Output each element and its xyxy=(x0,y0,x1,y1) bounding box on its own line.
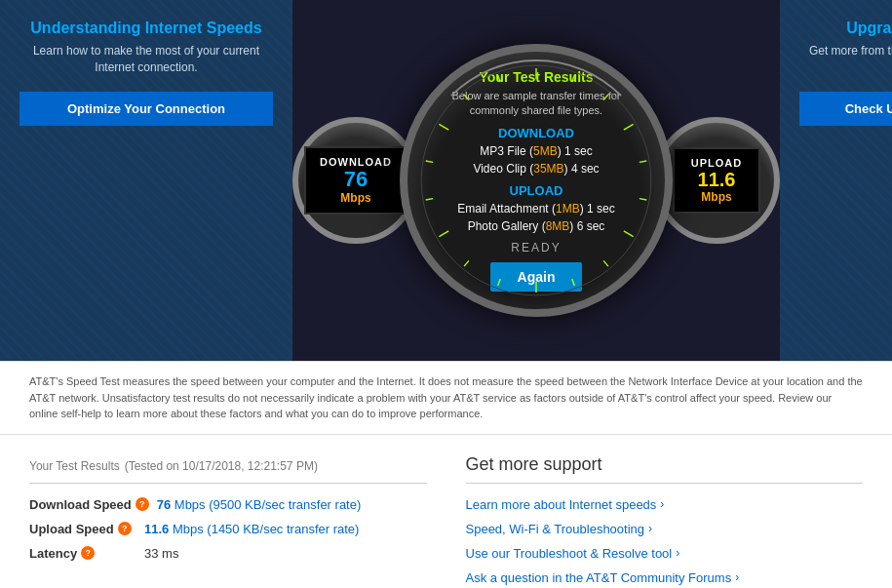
svg-line-4 xyxy=(624,124,634,130)
support-title: Get more support xyxy=(466,454,864,484)
download-help-icon[interactable]: ? xyxy=(136,497,149,511)
upload-speed-label: Upload Speed ? xyxy=(29,522,136,536)
svg-line-18 xyxy=(498,75,501,82)
support-link-1[interactable]: Learn more about Internet speeds › xyxy=(466,497,864,512)
chevron-icon-2: › xyxy=(648,522,652,535)
support-link-2[interactable]: Speed, Wi-Fi & Troubleshooting › xyxy=(466,522,864,536)
upload-gauge-label: UPLOAD xyxy=(688,157,745,169)
svg-line-15 xyxy=(426,161,433,162)
latency-value: 33 ms xyxy=(144,546,178,561)
svg-line-11 xyxy=(498,279,501,286)
left-panel-title: Understanding Internet Speeds xyxy=(30,20,261,37)
gauge-section: DOWNLOAD 76 Mbps xyxy=(292,0,780,361)
upgrade-panel: Upgrade your service Get more from the I… xyxy=(780,0,892,361)
info-section: AT&T's Speed Test measures the speed bet… xyxy=(0,361,892,435)
upgrade-panel-title: Upgrade your service xyxy=(846,20,892,37)
svg-line-17 xyxy=(464,95,469,100)
svg-line-9 xyxy=(572,279,575,286)
support-link-4[interactable]: Ask a question in the AT&T Community For… xyxy=(466,570,864,585)
left-panel-description: Learn how to make the most of your curre… xyxy=(19,43,273,76)
big-gauge: Your Test Results Below are sample trans… xyxy=(400,44,673,317)
gauge-wrapper: DOWNLOAD 76 Mbps xyxy=(292,44,780,317)
check-upgrade-button[interactable]: Check Upgrade Availability xyxy=(799,92,892,126)
download-gauge-inner: DOWNLOAD 76 Mbps xyxy=(304,146,407,215)
support-link-3[interactable]: Use our Troubleshoot & Resolve tool › xyxy=(466,546,864,561)
latency-label: Latency ? xyxy=(29,546,136,561)
upload-gauge-value: 11.6 xyxy=(688,169,745,190)
optimize-connection-button[interactable]: Optimize Your Connection xyxy=(19,92,273,126)
svg-line-12 xyxy=(464,260,469,266)
results-title: Your Test Results (Tested on 10/17/2018,… xyxy=(29,454,427,484)
svg-line-13 xyxy=(439,231,448,237)
info-text: AT&T's Speed Test measures the speed bet… xyxy=(29,373,863,422)
chevron-icon-4: › xyxy=(735,570,739,584)
results-section: Your Test Results (Tested on 10/17/2018,… xyxy=(0,435,892,589)
svg-line-5 xyxy=(640,161,646,162)
upload-gauge-unit: Mbps xyxy=(688,190,745,204)
svg-point-0 xyxy=(421,65,651,295)
chevron-icon-3: › xyxy=(676,546,679,560)
download-speed-label: Download Speed ? xyxy=(29,497,149,512)
svg-line-3 xyxy=(603,95,608,100)
upload-speed-value: 11.6 Mbps (1450 KB/sec transfer rate) xyxy=(144,522,359,536)
chevron-icon-1: › xyxy=(660,497,664,511)
result-row-latency: Latency ? 33 ms xyxy=(29,546,427,561)
download-speed-value: 76 Mbps (9500 KB/sec transfer rate) xyxy=(157,497,362,512)
svg-line-2 xyxy=(572,75,575,82)
results-right: Get more support Learn more about Intern… xyxy=(466,454,864,589)
latency-help-icon[interactable]: ? xyxy=(81,546,95,560)
result-row-download: Download Speed ? 76 Mbps (9500 KB/sec tr… xyxy=(29,497,427,512)
result-row-upload: Upload Speed ? 11.6 Mbps (1450 KB/sec tr… xyxy=(29,522,427,536)
svg-line-14 xyxy=(426,199,433,200)
download-gauge-unit: Mbps xyxy=(320,191,392,205)
download-gauge-value: 76 xyxy=(320,168,392,191)
svg-line-16 xyxy=(439,124,448,130)
upload-gauge-inner: UPLOAD 11.6 Mbps xyxy=(673,147,760,214)
svg-line-8 xyxy=(603,260,608,266)
left-panel: Understanding Internet Speeds Learn how … xyxy=(0,0,292,361)
svg-line-7 xyxy=(624,231,634,237)
svg-line-6 xyxy=(640,199,646,200)
upload-help-icon[interactable]: ? xyxy=(118,522,132,535)
results-left: Your Test Results (Tested on 10/17/2018,… xyxy=(29,454,427,589)
upgrade-panel-description: Get more from the Internet and increase … xyxy=(799,43,892,76)
results-tested-on: (Tested on 10/17/2018, 12:21:57 PM) xyxy=(125,459,318,473)
gauge-ticks-svg xyxy=(407,52,665,309)
top-section: Understanding Internet Speeds Learn how … xyxy=(0,0,892,361)
